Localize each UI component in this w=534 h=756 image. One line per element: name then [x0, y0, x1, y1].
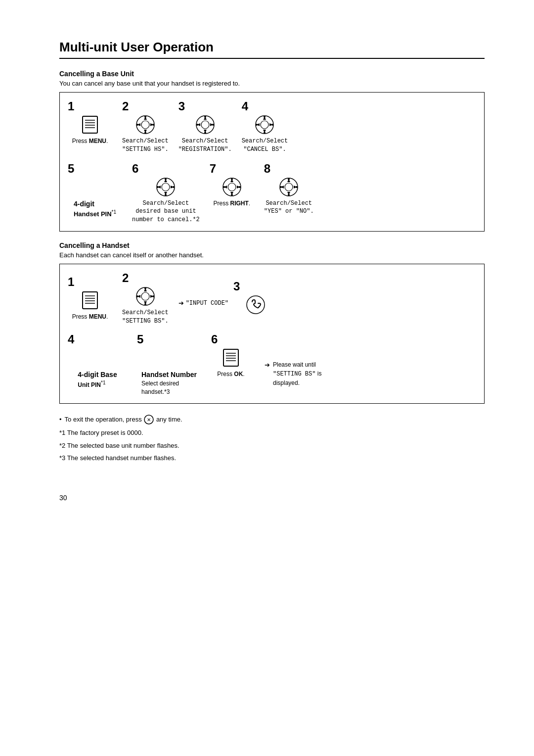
hs-step-6-number: 6 [211, 332, 218, 346]
svg-point-53 [223, 186, 225, 188]
svg-point-56 [285, 183, 293, 191]
hs-step-2: 2 Search/Select"SETTING BS". [122, 271, 169, 326]
svg-point-32 [264, 132, 266, 134]
footnote-bullet-text: To exit the operation, press ✕ any time. [65, 414, 182, 425]
svg-point-61 [288, 178, 290, 180]
section-cancel-handset-desc: Each handset can cancel itself or anothe… [59, 251, 485, 259]
cancel-base-unit-box: 1 Press MENU. 2 [59, 92, 485, 232]
svg-point-63 [280, 186, 282, 188]
footnote-1: *1 The factory preset is 0000. [59, 427, 485, 438]
svg-point-12 [144, 132, 146, 134]
nav-icon-2 [133, 113, 158, 136]
svg-point-52 [231, 194, 233, 196]
svg-text:✕: ✕ [147, 417, 151, 423]
step-2-number: 2 [122, 99, 129, 113]
step-1: 1 Press MENU. [68, 99, 112, 145]
step-5: 5 4-digit Handset PIN*1 [68, 162, 122, 219]
step-7-label: Press RIGHT. [213, 199, 250, 208]
nav-icon-6 [153, 176, 178, 198]
section-cancel-handset-title: Cancelling a Handset [59, 241, 485, 249]
svg-point-6 [141, 121, 149, 129]
svg-point-46 [228, 183, 236, 191]
hs-step-1-number: 1 [68, 275, 74, 289]
svg-point-64 [296, 186, 298, 188]
page-number: 30 [59, 494, 485, 502]
nav-icon-7 [220, 176, 244, 198]
step-7: 7 Press RIGHT. [210, 162, 254, 208]
svg-point-41 [165, 178, 167, 180]
svg-point-36 [162, 183, 170, 191]
svg-point-79 [152, 295, 154, 297]
cancel-base-row2: 5 4-digit Handset PIN*1 6 [68, 162, 476, 224]
step-3-number: 3 [178, 99, 185, 113]
hs-step-1-label: Press MENU. [72, 313, 108, 321]
svg-point-54 [239, 186, 241, 188]
svg-point-44 [173, 186, 175, 188]
bullet-symbol: • [59, 414, 62, 425]
step-8: 8 Search/Select"YES" or "NO". [264, 162, 314, 216]
hs-menu-icon [79, 289, 101, 312]
exit-icon: ✕ [143, 414, 154, 425]
hs-step-5-label: Handset Number Select desiredhandset.*3 [141, 370, 197, 396]
hs-step-1: 1 Press MENU. [68, 275, 112, 321]
hs-step-4-number: 4 [68, 332, 74, 346]
hs-step-6-label: Press OK. [217, 370, 244, 378]
hs-step-3-number: 3 [233, 280, 240, 293]
svg-rect-0 [83, 116, 97, 133]
svg-point-13 [136, 124, 138, 126]
cancel-handset-row2: 4 4-digit Base Unit PIN*1 5 Handset Numb… [68, 332, 476, 396]
nav-icon-3 [193, 113, 218, 136]
svg-point-62 [288, 194, 290, 196]
step-2-label: Search/Select"SETTING HS". [122, 137, 169, 154]
hs-step-6: 6 Press OK. [211, 332, 251, 378]
nav-icon-4 [252, 113, 277, 136]
input-code-label: ➔ "INPUT CODE" [178, 299, 228, 307]
footnote-bullet: • To exit the operation, press ✕ any tim… [59, 414, 485, 425]
footnote-3: *3 The selected handset number flashes. [59, 452, 485, 464]
svg-point-78 [136, 295, 138, 297]
hs-step-3: 3 [233, 280, 278, 317]
footnote-2: *2 The selected base unit number flashes… [59, 440, 485, 451]
svg-point-22 [204, 132, 206, 134]
hs-menu-icon-6 [220, 346, 242, 369]
step-8-label: Search/Select"YES" or "NO". [264, 199, 314, 216]
step-4-label: Search/Select"CANCEL BS". [242, 137, 288, 154]
svg-point-77 [144, 303, 146, 305]
step-2: 2 Search/Select"SETT [122, 99, 169, 154]
footnotes: • To exit the operation, press ✕ any tim… [59, 414, 485, 464]
hs-step-2-label: Search/Select"SETTING BS". [122, 309, 169, 326]
svg-point-14 [152, 124, 154, 126]
svg-point-24 [212, 124, 214, 126]
step-6-number: 6 [132, 162, 138, 176]
hs-nav-icon-2 [133, 285, 158, 308]
section-cancel-base-unit-title: Cancelling a Base Unit [59, 70, 485, 78]
section-cancel-base-unit-desc: You can cancel any base unit that your h… [59, 80, 485, 87]
step-3-label: Search/Select"REGISTRATION". [178, 137, 232, 154]
cancel-handset-box: 1 Press MENU. 2 [59, 264, 485, 404]
off-hook-icon [244, 293, 267, 316]
svg-point-76 [144, 287, 146, 289]
svg-point-16 [201, 121, 209, 129]
step-5-number: 5 [68, 162, 74, 176]
step-7-number: 7 [210, 162, 216, 176]
hs-step-4: 4 4-digit Base Unit PIN*1 [68, 332, 127, 389]
svg-point-51 [231, 178, 233, 180]
cancel-base-row1: 1 Press MENU. 2 [68, 99, 476, 154]
svg-point-23 [196, 124, 198, 126]
hs-step-5-number: 5 [137, 332, 143, 346]
step-5-label: 4-digit Handset PIN*1 [74, 199, 116, 219]
svg-point-33 [256, 124, 258, 126]
svg-point-31 [264, 116, 266, 118]
step-1-number: 1 [68, 99, 74, 113]
menu-icon [79, 113, 101, 136]
svg-point-43 [157, 186, 159, 188]
svg-rect-65 [83, 292, 97, 309]
svg-point-80 [247, 296, 265, 314]
cancel-handset-row1: 1 Press MENU. 2 [68, 271, 476, 326]
step-3: 3 Search/Select"REGISTRATION". [178, 99, 232, 154]
step-4-number: 4 [242, 99, 248, 113]
hs-step-5: 5 Handset Number Select desiredhandset.*… [137, 332, 201, 396]
setting-bs-note: ➔ Please wait until "SETTING BS" is disp… [265, 360, 321, 387]
page-title: Multi-unit User Operation [59, 40, 485, 59]
svg-rect-81 [223, 349, 238, 366]
